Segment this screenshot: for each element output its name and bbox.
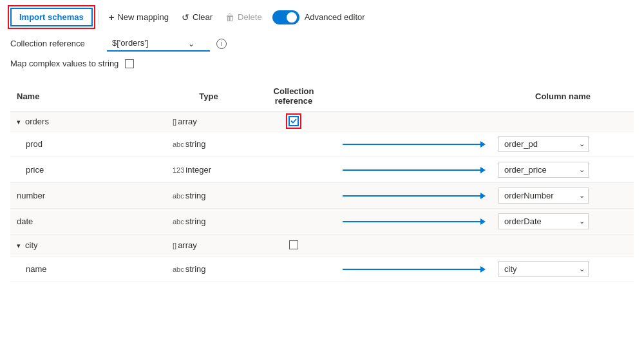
collection-ref-checkbox-checked[interactable] <box>289 116 299 126</box>
table-row: ▾ city[]array <box>10 235 634 256</box>
type-badge: 123 <box>173 166 184 174</box>
mapping-arrow <box>343 141 486 148</box>
type-text: integer <box>185 165 211 175</box>
new-mapping-label: New mapping <box>117 12 169 22</box>
new-mapping-button[interactable]: + New mapping <box>104 8 174 26</box>
cell-name: price <box>10 157 166 183</box>
cell-arrow <box>336 235 492 256</box>
cell-collection-ref <box>251 235 336 256</box>
mapping-arrow <box>343 218 486 225</box>
cell-arrow <box>336 131 492 157</box>
col-header-name: Name <box>10 81 166 111</box>
collection-ref-select-wrap: $['orders']$['products']$['customers'] ⌄ <box>107 35 210 52</box>
mapping-arrow <box>343 266 486 273</box>
clear-label: Clear <box>193 12 213 22</box>
import-schemas-button[interactable]: Import schemas <box>10 8 93 26</box>
row-name-text: number <box>17 191 45 200</box>
column-name-select-wrap: city⌄ <box>498 261 589 277</box>
cell-collection-ref <box>251 111 336 131</box>
toggle-slider <box>272 10 299 24</box>
type-badge: abc <box>173 265 184 273</box>
cell-collection-ref <box>251 256 336 282</box>
cell-collection-ref <box>251 183 336 209</box>
column-name-select-wrap: orderDate⌄ <box>498 213 589 229</box>
type-text: string <box>185 217 206 226</box>
cell-column-name: order_pd⌄ <box>492 131 634 157</box>
cell-name: ▾ city <box>10 235 166 256</box>
complex-values-label: Map complex values to string <box>10 58 118 70</box>
collection-ref-checkbox[interactable] <box>289 240 298 249</box>
table-row: numberabcstringorderNumber⌄ <box>10 183 634 209</box>
column-name-select-wrap: orderNumber⌄ <box>498 188 589 204</box>
cell-arrow <box>336 183 492 209</box>
cell-type: abcstring <box>166 256 251 282</box>
cell-collection-ref <box>251 209 336 235</box>
col-header-type: Type <box>166 81 251 111</box>
plus-icon: + <box>109 12 115 23</box>
column-name-select[interactable]: orderNumber <box>498 188 589 204</box>
clear-button[interactable]: ↺ Clear <box>176 9 218 26</box>
delete-button[interactable]: 🗑 Delete <box>220 9 267 26</box>
mapping-table: Name Type Collectionreference Column nam… <box>10 81 634 282</box>
expand-icon[interactable]: ▾ <box>17 242 23 249</box>
table-row: price123integerorder_price⌄ <box>10 157 634 183</box>
cell-column-name: city⌄ <box>492 256 634 282</box>
expand-icon[interactable]: ▾ <box>17 118 23 126</box>
type-badge: [] <box>173 118 176 126</box>
delete-label: Delete <box>238 12 262 22</box>
mapping-arrow <box>343 167 486 173</box>
column-name-select[interactable]: order_price <box>498 162 589 178</box>
toolbar-separator <box>98 10 99 24</box>
cell-collection-ref <box>251 157 336 183</box>
column-name-select-wrap: order_pd⌄ <box>498 136 589 152</box>
complex-values-checkbox[interactable] <box>125 59 134 68</box>
column-name-select[interactable]: city <box>498 261 589 277</box>
cell-column-name <box>492 111 634 131</box>
advanced-editor-toggle-wrap: Advanced editor <box>272 10 365 24</box>
cell-collection-ref <box>251 131 336 157</box>
cell-name: number <box>10 183 166 209</box>
table-row: prodabcstringorder_pd⌄ <box>10 131 634 157</box>
table-row: ▾ orders[]array <box>10 111 634 131</box>
cell-arrow <box>336 209 492 235</box>
cell-arrow <box>336 256 492 282</box>
cell-arrow <box>336 157 492 183</box>
cell-name: prod <box>10 131 166 157</box>
toolbar: Import schemas + New mapping ↺ Clear 🗑 D… <box>10 8 634 26</box>
mapping-arrow <box>343 193 486 199</box>
row-name-text: name <box>26 264 47 274</box>
col-header-column-name: Column name <box>492 81 634 111</box>
type-text: array <box>178 240 197 250</box>
collection-ref-select[interactable]: $['orders']$['products']$['customers'] <box>107 35 210 52</box>
type-badge: abc <box>173 192 184 200</box>
cell-type: abcstring <box>166 131 251 157</box>
table-row: dateabcstringorderDate⌄ <box>10 209 634 235</box>
row-name-text: prod <box>26 139 43 149</box>
collection-ref-info-icon[interactable]: i <box>216 39 227 49</box>
col-header-arrow <box>336 81 492 111</box>
cell-type: []array <box>166 235 251 256</box>
cell-column-name: orderNumber⌄ <box>492 183 634 209</box>
type-badge: abc <box>173 140 184 148</box>
cell-column-name: order_price⌄ <box>492 157 634 183</box>
type-text: string <box>185 139 206 149</box>
cell-name: ▾ orders <box>10 111 166 131</box>
col-header-collection-ref: Collectionreference <box>251 81 336 111</box>
complex-values-row: Map complex values to string <box>10 58 634 70</box>
type-text: string <box>185 191 206 200</box>
column-name-select-wrap: order_price⌄ <box>498 162 589 178</box>
cell-type: []array <box>166 111 251 131</box>
type-text: string <box>185 264 206 274</box>
cell-arrow <box>336 111 492 131</box>
collection-reference-row: Collection reference $['orders']$['produ… <box>10 35 634 52</box>
row-name-text: date <box>17 217 33 226</box>
advanced-editor-toggle[interactable] <box>272 10 299 24</box>
cell-column-name <box>492 235 634 256</box>
column-name-select[interactable]: order_pd <box>498 136 589 152</box>
advanced-editor-label: Advanced editor <box>305 12 365 22</box>
collection-ref-label: Collection reference <box>10 39 100 48</box>
refresh-icon: ↺ <box>182 12 189 23</box>
column-name-select[interactable]: orderDate <box>498 213 589 229</box>
type-badge: abc <box>173 218 184 226</box>
cell-name: date <box>10 209 166 235</box>
